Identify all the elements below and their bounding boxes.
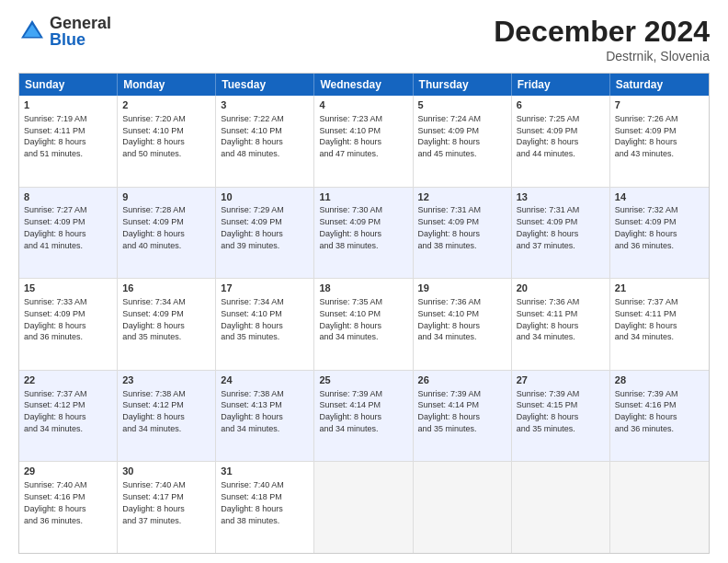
day-number: 22 bbox=[24, 373, 112, 387]
cell-info: Sunrise: 7:22 AMSunset: 4:10 PMDaylight:… bbox=[221, 114, 284, 158]
cell-info: Sunrise: 7:39 AMSunset: 4:16 PMDaylight:… bbox=[615, 389, 678, 433]
day-number: 14 bbox=[615, 190, 704, 204]
cell-dec27: 27 Sunrise: 7:39 AMSunset: 4:15 PMDaylig… bbox=[512, 371, 610, 462]
day-number: 20 bbox=[517, 282, 605, 295]
day-number: 4 bbox=[319, 98, 407, 112]
cell-info: Sunrise: 7:33 AMSunset: 4:09 PMDaylight:… bbox=[24, 297, 87, 341]
location: Destrnik, Slovenia bbox=[494, 49, 710, 63]
cell-dec16: 16 Sunrise: 7:34 AMSunset: 4:09 PMDaylig… bbox=[118, 279, 216, 370]
cell-info: Sunrise: 7:31 AMSunset: 4:09 PMDaylight:… bbox=[517, 205, 580, 249]
logo: General Blue bbox=[18, 15, 111, 48]
day-number: 7 bbox=[615, 98, 704, 112]
day-number: 15 bbox=[24, 282, 112, 295]
cell-info: Sunrise: 7:40 AMSunset: 4:18 PMDaylight:… bbox=[221, 480, 284, 524]
cell-dec25: 25 Sunrise: 7:39 AMSunset: 4:14 PMDaylig… bbox=[314, 371, 413, 462]
day-number: 21 bbox=[615, 282, 704, 295]
day-number: 13 bbox=[517, 190, 605, 204]
cell-info: Sunrise: 7:39 AMSunset: 4:14 PMDaylight:… bbox=[319, 389, 382, 433]
day-number: 26 bbox=[418, 373, 506, 387]
header-tuesday: Tuesday bbox=[216, 74, 314, 96]
cell-dec13: 13 Sunrise: 7:31 AMSunset: 4:09 PMDaylig… bbox=[512, 188, 610, 279]
header-saturday: Saturday bbox=[610, 74, 709, 96]
cell-empty-4 bbox=[610, 462, 709, 553]
day-number: 25 bbox=[319, 373, 407, 387]
cell-dec11: 11 Sunrise: 7:30 AMSunset: 4:09 PMDaylig… bbox=[314, 188, 413, 279]
week-row-3: 15 Sunrise: 7:33 AMSunset: 4:09 PMDaylig… bbox=[19, 278, 709, 370]
header-wednesday: Wednesday bbox=[314, 74, 413, 96]
day-number: 1 bbox=[24, 98, 112, 112]
day-number: 19 bbox=[418, 282, 506, 295]
cell-dec10: 10 Sunrise: 7:29 AMSunset: 4:09 PMDaylig… bbox=[216, 188, 314, 279]
day-number: 9 bbox=[122, 190, 210, 204]
cell-dec22: 22 Sunrise: 7:37 AMSunset: 4:12 PMDaylig… bbox=[19, 371, 118, 462]
week-row-4: 22 Sunrise: 7:37 AMSunset: 4:12 PMDaylig… bbox=[19, 370, 709, 462]
cell-info: Sunrise: 7:34 AMSunset: 4:10 PMDaylight:… bbox=[221, 297, 284, 341]
cell-dec3: 3 Sunrise: 7:22 AMSunset: 4:10 PMDayligh… bbox=[216, 96, 314, 187]
calendar: Sunday Monday Tuesday Wednesday Thursday… bbox=[18, 73, 710, 554]
calendar-header: Sunday Monday Tuesday Wednesday Thursday… bbox=[19, 74, 709, 96]
day-number: 12 bbox=[418, 190, 506, 204]
day-number: 23 bbox=[122, 373, 210, 387]
day-number: 10 bbox=[221, 190, 309, 204]
cell-info: Sunrise: 7:31 AMSunset: 4:09 PMDaylight:… bbox=[418, 205, 482, 249]
cell-dec1: 1 Sunrise: 7:19 AMSunset: 4:11 PMDayligh… bbox=[19, 96, 118, 187]
logo-general: General bbox=[50, 15, 111, 31]
day-number: 24 bbox=[221, 373, 309, 387]
cell-dec7: 7 Sunrise: 7:26 AMSunset: 4:09 PMDayligh… bbox=[610, 96, 709, 187]
cell-dec14: 14 Sunrise: 7:32 AMSunset: 4:09 PMDaylig… bbox=[610, 188, 709, 279]
cell-info: Sunrise: 7:40 AMSunset: 4:16 PMDaylight:… bbox=[24, 480, 87, 524]
page: General Blue December 2024 Destrnik, Slo… bbox=[0, 0, 728, 563]
title-section: December 2024 Destrnik, Slovenia bbox=[494, 15, 710, 63]
cell-info: Sunrise: 7:37 AMSunset: 4:11 PMDaylight:… bbox=[615, 297, 678, 341]
cell-dec4: 4 Sunrise: 7:23 AMSunset: 4:10 PMDayligh… bbox=[314, 96, 413, 187]
calendar-body: 1 Sunrise: 7:19 AMSunset: 4:11 PMDayligh… bbox=[19, 96, 709, 553]
cell-dec9: 9 Sunrise: 7:28 AMSunset: 4:09 PMDayligh… bbox=[118, 188, 216, 279]
cell-info: Sunrise: 7:29 AMSunset: 4:09 PMDaylight:… bbox=[221, 205, 284, 249]
cell-dec26: 26 Sunrise: 7:39 AMSunset: 4:14 PMDaylig… bbox=[414, 371, 512, 462]
logo-blue: Blue bbox=[50, 31, 111, 48]
cell-dec12: 12 Sunrise: 7:31 AMSunset: 4:09 PMDaylig… bbox=[414, 188, 512, 279]
header-monday: Monday bbox=[118, 74, 216, 96]
day-number: 28 bbox=[615, 373, 704, 387]
day-number: 8 bbox=[24, 190, 112, 204]
day-number: 16 bbox=[122, 282, 210, 295]
cell-info: Sunrise: 7:28 AMSunset: 4:09 PMDaylight:… bbox=[122, 205, 186, 249]
cell-dec2: 2 Sunrise: 7:20 AMSunset: 4:10 PMDayligh… bbox=[118, 96, 216, 187]
cell-info: Sunrise: 7:24 AMSunset: 4:09 PMDaylight:… bbox=[418, 114, 482, 158]
cell-dec20: 20 Sunrise: 7:36 AMSunset: 4:11 PMDaylig… bbox=[512, 279, 610, 370]
day-number: 17 bbox=[221, 282, 309, 295]
cell-info: Sunrise: 7:26 AMSunset: 4:09 PMDaylight:… bbox=[615, 114, 678, 158]
day-number: 27 bbox=[517, 373, 605, 387]
cell-dec18: 18 Sunrise: 7:35 AMSunset: 4:10 PMDaylig… bbox=[314, 279, 413, 370]
logo-text: General Blue bbox=[50, 15, 111, 48]
header-thursday: Thursday bbox=[414, 74, 512, 96]
header-friday: Friday bbox=[512, 74, 610, 96]
day-number: 5 bbox=[418, 98, 506, 112]
logo-icon bbox=[18, 17, 46, 45]
day-number: 31 bbox=[221, 465, 309, 478]
week-row-1: 1 Sunrise: 7:19 AMSunset: 4:11 PMDayligh… bbox=[19, 96, 709, 187]
cell-info: Sunrise: 7:27 AMSunset: 4:09 PMDaylight:… bbox=[24, 205, 87, 249]
cell-empty-3 bbox=[512, 462, 610, 553]
cell-info: Sunrise: 7:38 AMSunset: 4:12 PMDaylight:… bbox=[122, 389, 186, 433]
cell-dec15: 15 Sunrise: 7:33 AMSunset: 4:09 PMDaylig… bbox=[19, 279, 118, 370]
cell-info: Sunrise: 7:40 AMSunset: 4:17 PMDaylight:… bbox=[122, 480, 186, 524]
cell-info: Sunrise: 7:30 AMSunset: 4:09 PMDaylight:… bbox=[319, 205, 382, 249]
day-number: 29 bbox=[24, 465, 112, 478]
cell-info: Sunrise: 7:37 AMSunset: 4:12 PMDaylight:… bbox=[24, 389, 87, 433]
cell-info: Sunrise: 7:35 AMSunset: 4:10 PMDaylight:… bbox=[319, 297, 382, 341]
cell-dec30: 30 Sunrise: 7:40 AMSunset: 4:17 PMDaylig… bbox=[118, 462, 216, 553]
cell-empty-1 bbox=[314, 462, 413, 553]
header: General Blue December 2024 Destrnik, Slo… bbox=[18, 15, 710, 63]
cell-dec19: 19 Sunrise: 7:36 AMSunset: 4:10 PMDaylig… bbox=[414, 279, 512, 370]
cell-dec8: 8 Sunrise: 7:27 AMSunset: 4:09 PMDayligh… bbox=[19, 188, 118, 279]
cell-info: Sunrise: 7:36 AMSunset: 4:11 PMDaylight:… bbox=[517, 297, 580, 341]
cell-dec6: 6 Sunrise: 7:25 AMSunset: 4:09 PMDayligh… bbox=[512, 96, 610, 187]
month-title: December 2024 bbox=[494, 15, 710, 49]
cell-dec29: 29 Sunrise: 7:40 AMSunset: 4:16 PMDaylig… bbox=[19, 462, 118, 553]
cell-info: Sunrise: 7:19 AMSunset: 4:11 PMDaylight:… bbox=[24, 114, 87, 158]
cell-info: Sunrise: 7:39 AMSunset: 4:15 PMDaylight:… bbox=[517, 389, 580, 433]
cell-info: Sunrise: 7:39 AMSunset: 4:14 PMDaylight:… bbox=[418, 389, 482, 433]
day-number: 2 bbox=[122, 98, 210, 112]
cell-dec23: 23 Sunrise: 7:38 AMSunset: 4:12 PMDaylig… bbox=[118, 371, 216, 462]
